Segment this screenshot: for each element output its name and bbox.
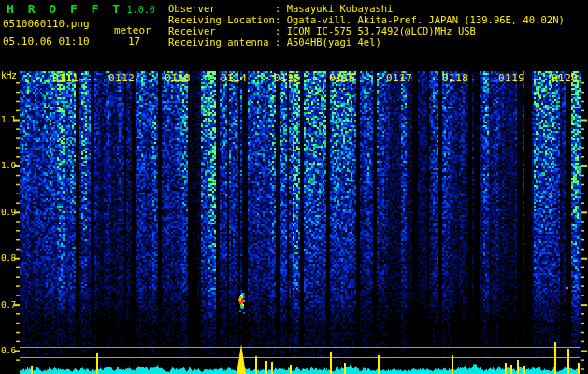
station-info-row: Receiving antenna: A504HB(yagi 4el) (168, 36, 565, 48)
spectrogram-canvas (0, 0, 588, 374)
station-info-label: Receiving Location (168, 14, 275, 25)
station-info-value: ICOM IC-575 53.7492(@LCD)MHz USB (287, 25, 476, 36)
time-axis-label: 0120 (552, 72, 579, 84)
station-info-value: A504HB(yagi 4el) (287, 36, 381, 48)
time-axis-label: 0119 (498, 72, 525, 84)
station-info-label: Receiving antenna (168, 36, 275, 48)
freq-axis-unit: kHz (1, 70, 17, 80)
output-filename: 0510060110.png (3, 18, 90, 30)
freq-axis-label: 0.8 (1, 252, 16, 263)
hrofft-screen: H R O F F T 1.0.0 0510060110.png meteor … (0, 0, 588, 374)
freq-axis-label: 1.1 (1, 114, 16, 124)
observation-datetime: 05.10.06 01:10 (3, 36, 90, 48)
station-info-colon: : (275, 25, 287, 36)
app-header: H R O F F T 1.0.0 (7, 2, 155, 16)
time-axis-label: 0117 (386, 72, 413, 84)
station-info-row: Receiver: ICOM IC-575 53.7492(@LCD)MHz U… (168, 25, 565, 36)
freq-axis-label: 0.7 (1, 299, 16, 309)
station-info-value: Ogata-vill. Akita-Pref. JAPAN (139.96E, … (287, 14, 565, 25)
station-info-label: Receiver (168, 25, 275, 36)
station-info-block: Observer: Masayuki KobayashiReceiving Lo… (168, 3, 565, 48)
station-info-value: Masayuki Kobayashi (287, 3, 394, 14)
station-info-colon: : (275, 14, 287, 25)
station-info-colon: : (275, 3, 287, 14)
station-info-row: Receiving Location: Ogata-vill. Akita-Pr… (168, 14, 565, 25)
time-axis-label: 0114 (221, 72, 248, 84)
time-axis-label: 0116 (329, 72, 356, 84)
time-axis-label: 0111 (52, 72, 79, 84)
station-info-label: Observer (168, 3, 275, 14)
app-title: H R O F F T (7, 2, 123, 16)
time-axis-label: 0113 (165, 72, 192, 84)
freq-axis-label: 1.0 (1, 160, 16, 170)
freq-axis-label: 0.9 (1, 207, 16, 217)
time-axis-label: 0115 (274, 72, 301, 84)
app-version: 1.0.0 (127, 5, 155, 15)
station-info-colon: : (275, 36, 287, 48)
time-axis-label: 0112 (108, 72, 136, 84)
meteor-echo-count: 17 (128, 36, 140, 48)
station-info-row: Observer: Masayuki Kobayashi (168, 3, 565, 14)
freq-axis-label: 0.6 (1, 345, 16, 355)
time-axis-label: 0118 (442, 72, 469, 84)
